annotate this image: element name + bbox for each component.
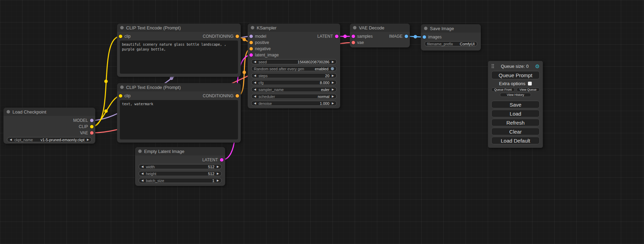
prompt-textarea[interactable]: text, watermark — [120, 100, 238, 139]
increment-arrow-icon[interactable]: ▶ — [332, 95, 334, 98]
widget-seed[interactable]: ◀ seed 156680208700286 ▶ — [251, 59, 337, 64]
decrement-arrow-icon[interactable]: ◀ — [141, 172, 143, 175]
view-queue-button[interactable]: View Queue — [517, 88, 540, 92]
clip-output-dot-icon[interactable] — [90, 125, 94, 128]
queue-front-button[interactable]: Queue Front — [491, 88, 515, 92]
node-clip-text-encode-positive[interactable]: CLIP Text Encode (Prompt) clip CONDITION… — [117, 24, 241, 77]
slot-row: negative — [248, 46, 340, 52]
increment-arrow-icon[interactable]: ▶ — [217, 179, 219, 182]
node-ksampler[interactable]: KSampler model LATENT positive — [248, 24, 340, 108]
widget-filename-prefix[interactable]: filename_prefix ComfyUI — [424, 41, 477, 46]
decrement-arrow-icon[interactable]: ◀ — [254, 102, 256, 105]
image-input-dot-icon[interactable] — [423, 35, 426, 39]
node-title-bar[interactable]: CLIP Text Encode (Prompt) — [117, 24, 241, 32]
collapse-dot-icon[interactable] — [120, 26, 124, 29]
node-title: CLIP Text Encode (Prompt) — [126, 85, 181, 90]
increment-arrow-icon[interactable]: ▶ — [332, 102, 334, 105]
extra-options-checkbox[interactable] — [528, 82, 532, 85]
output-slot-model: MODEL — [73, 118, 94, 123]
clip-input-dot-icon[interactable] — [119, 94, 122, 98]
conditioning-input-dot-icon[interactable] — [249, 47, 253, 51]
decrement-arrow-icon[interactable]: ◀ — [141, 165, 143, 168]
node-load-checkpoint[interactable]: Load Checkpoint MODEL CLIP VAE — [3, 108, 95, 144]
clear-button[interactable]: Clear — [491, 128, 540, 135]
decrement-arrow-icon[interactable]: ◀ — [10, 138, 12, 141]
node-vae-decode[interactable]: VAE Decode samples IMAGE vae — [350, 24, 410, 47]
load-button[interactable]: Load — [491, 110, 540, 117]
conditioning-output-dot-icon[interactable] — [236, 94, 239, 98]
widget-ckpt-name[interactable]: ◀ ckpt_name v1-5-pruned-emaonly.ckpt ▶ — [7, 137, 92, 142]
collapse-dot-icon[interactable] — [120, 85, 124, 89]
slot-row: CLIP — [3, 124, 95, 130]
widget-random-seed-toggle[interactable]: Random seed after every gen enabled — [251, 66, 337, 71]
widget-batch-size[interactable]: ◀ batch_size 1 ▶ — [139, 178, 222, 183]
decrement-arrow-icon[interactable]: ◀ — [254, 61, 256, 63]
latent-output-dot-icon[interactable] — [220, 158, 223, 162]
increment-arrow-icon[interactable]: ▶ — [217, 165, 219, 168]
refresh-button[interactable]: Refresh — [491, 119, 540, 126]
increment-arrow-icon[interactable]: ▶ — [332, 74, 334, 77]
collapse-dot-icon[interactable] — [424, 27, 427, 30]
view-history-button[interactable]: View History — [500, 93, 531, 97]
queue-prompt-button[interactable]: Queue Prompt — [491, 71, 540, 79]
conditioning-output-dot-icon[interactable] — [236, 35, 239, 38]
widget-height[interactable]: ◀ height 512 ▶ — [139, 171, 222, 176]
decrement-arrow-icon[interactable]: ◀ — [254, 81, 256, 84]
latent-input-dot-icon[interactable] — [249, 53, 253, 57]
node-title-bar[interactable]: VAE Decode — [350, 24, 410, 32]
increment-arrow-icon[interactable]: ▶ — [332, 88, 334, 91]
toggle-enabled-dot-icon[interactable] — [331, 67, 334, 70]
node-clip-text-encode-negative[interactable]: CLIP Text Encode (Prompt) clip CONDITION… — [117, 83, 241, 143]
vae-output-dot-icon[interactable] — [90, 131, 94, 135]
clip-input-dot-icon[interactable] — [119, 35, 122, 38]
graph-canvas[interactable]: Load Checkpoint MODEL CLIP VAE — [0, 0, 644, 244]
increment-arrow-icon[interactable]: ▶ — [332, 81, 334, 84]
latent-input-dot-icon[interactable] — [352, 35, 355, 38]
conditioning-input-dot-icon[interactable] — [249, 41, 253, 44]
output-slot-latent: LATENT — [317, 34, 338, 39]
collapse-dot-icon[interactable] — [353, 26, 356, 29]
node-title: CLIP Text Encode (Prompt) — [126, 25, 181, 30]
input-slot-latent-image: latent_image — [249, 53, 279, 57]
decrement-arrow-icon[interactable]: ◀ — [254, 74, 256, 77]
slot-row: samples IMAGE — [350, 33, 410, 39]
settings-gear-icon[interactable]: ⚙ — [535, 64, 540, 69]
widget-scheduler[interactable]: ◀ scheduler normal ▶ — [251, 94, 337, 99]
collapse-dot-icon[interactable] — [7, 110, 10, 114]
node-empty-latent-image[interactable]: Empty Latent Image LATENT ◀ width 512 ▶ … — [135, 147, 225, 186]
vae-input-dot-icon[interactable] — [352, 41, 355, 44]
node-title-bar[interactable]: Empty Latent Image — [135, 147, 225, 155]
model-input-dot-icon[interactable] — [249, 35, 253, 38]
prompt-textarea[interactable]: beautiful scenery nature glass bottle la… — [120, 40, 238, 74]
slot-row: VAE — [3, 130, 95, 136]
link-cond-negative-midpoint — [242, 71, 246, 74]
input-slot-vae: vae — [352, 40, 364, 45]
image-output-dot-icon[interactable] — [405, 35, 408, 38]
widget-cfg[interactable]: ◀ cfg 8.000 ▶ — [251, 80, 337, 85]
decrement-arrow-icon[interactable]: ◀ — [254, 95, 256, 98]
decrement-arrow-icon[interactable]: ◀ — [254, 88, 256, 91]
link-model-midpoint — [170, 76, 173, 80]
widget-denoise[interactable]: ◀ denoise 1.000 ▶ — [251, 101, 337, 106]
latent-output-dot-icon[interactable] — [335, 35, 338, 38]
node-title-bar[interactable]: Load Checkpoint — [3, 108, 95, 116]
increment-arrow-icon[interactable]: ▶ — [217, 172, 219, 175]
node-title-bar[interactable]: KSampler — [248, 24, 340, 32]
collapse-dot-icon[interactable] — [251, 26, 254, 29]
increment-arrow-icon[interactable]: ▶ — [87, 138, 89, 141]
menu-drag-handle-icon[interactable] — [491, 64, 494, 69]
decrement-arrow-icon[interactable]: ◀ — [141, 179, 143, 182]
node-save-image[interactable]: Save Image images filename_prefix ComfyU… — [421, 24, 481, 51]
model-output-dot-icon[interactable] — [90, 119, 94, 122]
collapse-dot-icon[interactable] — [138, 150, 142, 153]
load-default-button[interactable]: Load Default — [491, 137, 540, 144]
save-button[interactable]: Save — [491, 101, 540, 108]
node-title-bar[interactable]: Save Image — [421, 24, 481, 33]
widget-sampler-name[interactable]: ◀ sampler_name euler ▶ — [251, 87, 337, 92]
node-title-bar[interactable]: CLIP Text Encode (Prompt) — [117, 83, 241, 91]
widget-width[interactable]: ◀ width 512 ▶ — [139, 164, 222, 169]
increment-arrow-icon[interactable]: ▶ — [332, 61, 334, 63]
widget-steps[interactable]: ◀ steps 20 ▶ — [251, 73, 337, 78]
slot-row: clip CONDITIONING — [117, 33, 241, 39]
output-slot-vae: VAE — [80, 130, 94, 135]
